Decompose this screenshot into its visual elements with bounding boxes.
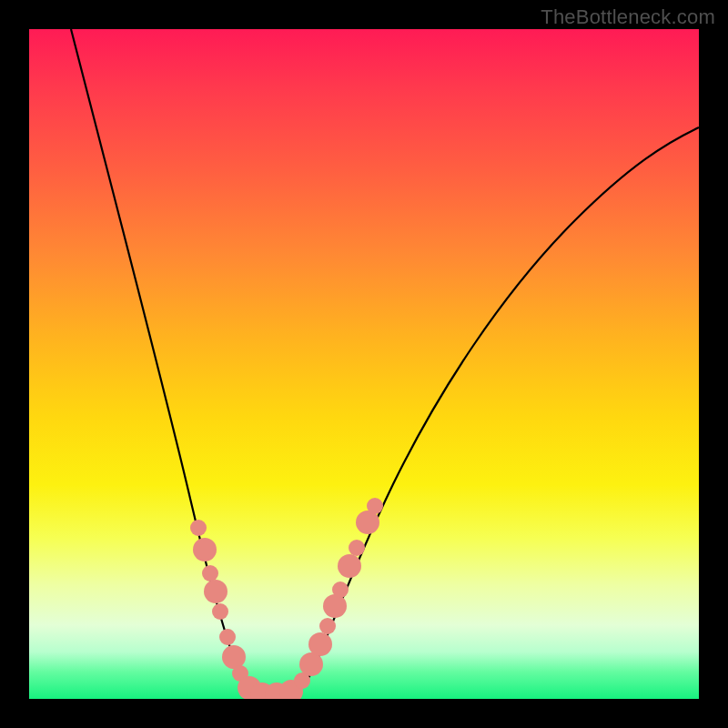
data-dot: [332, 581, 349, 598]
dot-layer: [29, 29, 699, 699]
chart-panel: [29, 29, 699, 699]
data-dot: [323, 594, 347, 618]
stage: TheBottleneck.com: [0, 0, 728, 728]
data-dot: [319, 618, 336, 634]
data-dot: [308, 632, 332, 656]
data-dot: [202, 565, 218, 581]
data-dot: [367, 498, 383, 514]
data-dot: [193, 538, 217, 561]
data-dot: [338, 554, 361, 578]
watermark-text: TheBottleneck.com: [541, 5, 715, 29]
data-dot: [219, 629, 236, 645]
data-dot: [212, 603, 228, 620]
data-dot: [222, 645, 246, 669]
data-dot: [190, 520, 207, 536]
data-dot: [204, 580, 228, 603]
data-dot: [349, 540, 365, 556]
